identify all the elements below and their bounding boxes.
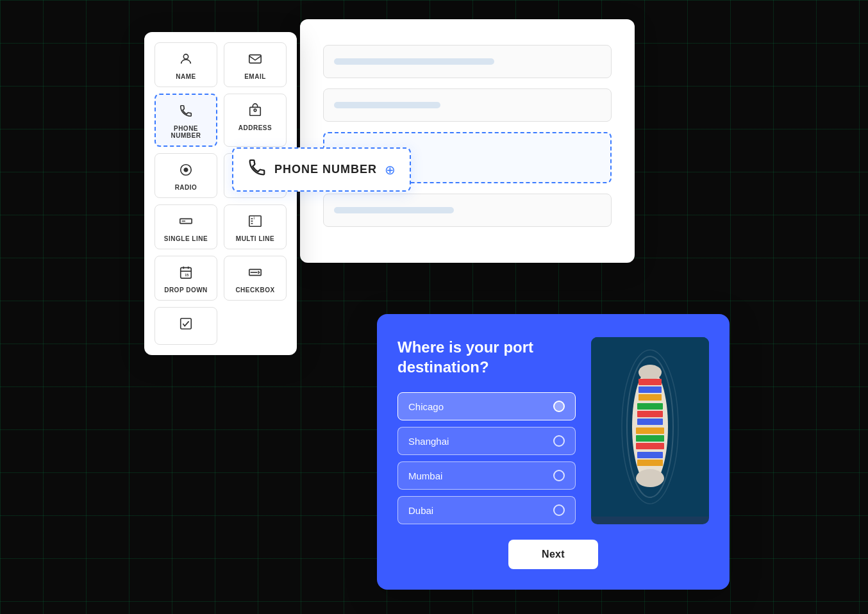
next-button-row: Next	[397, 540, 709, 569]
radio-mumbai	[553, 470, 565, 481]
field-item-date[interactable]: 15 DROP DOWN	[154, 256, 217, 301]
phone-icon-small	[179, 104, 193, 121]
svg-point-5	[184, 168, 188, 172]
field-label-phone: Phone Number	[161, 125, 211, 139]
svg-point-3	[254, 109, 256, 112]
field-label-radio: Radio	[175, 184, 197, 191]
survey-question: Where is your port destination?	[397, 337, 576, 377]
form-field-row-1	[323, 45, 612, 78]
survey-option-label-mumbai: Mumbai	[408, 470, 442, 481]
svg-rect-32	[636, 427, 664, 434]
person-icon	[179, 52, 193, 69]
field-item-name[interactable]: NAME	[154, 42, 217, 87]
survey-option-label-dubai: Dubai	[408, 505, 433, 516]
svg-point-25	[638, 365, 662, 380]
svg-text:1: 1	[253, 217, 255, 220]
multi-line-icon: 1	[248, 214, 262, 231]
survey-options: Chicago Shanghai Mumbai Dubai	[397, 392, 576, 524]
form-field-row-2	[323, 88, 612, 122]
single-line-icon	[179, 214, 193, 231]
survey-option-dubai[interactable]: Dubai	[397, 496, 576, 524]
field-label-multi-line: MULTI LINE	[236, 235, 274, 242]
svg-point-37	[636, 469, 664, 487]
form-preview-panel	[300, 19, 635, 263]
phone-drag-icon	[247, 158, 267, 181]
ship-image	[591, 337, 709, 524]
ship-svg	[591, 337, 709, 517]
form-placeholder-3	[323, 194, 612, 227]
email-icon	[248, 52, 262, 69]
placeholder-bar-2	[334, 102, 440, 108]
field-item-address[interactable]: ADDRESS	[224, 94, 287, 147]
field-label-name: NAME	[176, 73, 196, 80]
svg-rect-20	[181, 319, 192, 329]
svg-rect-26	[638, 379, 662, 385]
radio-shanghai	[553, 435, 565, 447]
radio-chicago	[553, 401, 565, 412]
address-icon	[248, 103, 262, 120]
field-item-radio[interactable]: Radio	[154, 153, 217, 198]
field-label-dropdown: CHECKBOX	[235, 286, 274, 294]
field-item-checkbox[interactable]	[154, 307, 217, 345]
survey-content: Where is your port destination? Chicago …	[397, 337, 709, 524]
survey-left: Where is your port destination? Chicago …	[397, 337, 576, 524]
svg-rect-29	[637, 403, 663, 410]
field-item-multi-line[interactable]: 1 MULTI LINE	[224, 204, 287, 249]
form-placeholder-2	[323, 88, 612, 122]
field-item-dropdown[interactable]: CHECKBOX	[224, 256, 287, 301]
svg-text:15: 15	[185, 273, 188, 277]
survey-option-chicago[interactable]: Chicago	[397, 392, 576, 420]
next-button[interactable]: Next	[508, 540, 598, 569]
field-item-single-line[interactable]: SINGLE LINE	[154, 204, 217, 249]
svg-rect-36	[637, 460, 663, 466]
radio-icon	[179, 163, 193, 180]
field-label-email: EMAIL	[244, 73, 266, 80]
svg-rect-28	[638, 394, 662, 401]
form-field-row-3	[323, 194, 612, 227]
svg-rect-33	[636, 435, 664, 442]
placeholder-bar-3	[334, 207, 454, 213]
survey-option-label-shanghai: Shanghai	[408, 436, 449, 447]
field-item-email[interactable]: EMAIL	[224, 42, 287, 87]
survey-option-mumbai[interactable]: Mumbai	[397, 461, 576, 490]
form-builder-panel: NAME EMAIL Phone Number	[144, 32, 297, 355]
svg-rect-31	[637, 419, 663, 425]
phone-drag-preview: PHONE NUMBER ⊕	[232, 147, 411, 192]
svg-rect-30	[637, 411, 663, 417]
survey-option-shanghai[interactable]: Shanghai	[397, 427, 576, 455]
svg-rect-35	[637, 452, 663, 458]
field-grid: NAME EMAIL Phone Number	[154, 42, 287, 345]
radio-dubai	[553, 504, 565, 516]
checkbox-icon	[179, 317, 193, 334]
survey-option-label-chicago: Chicago	[408, 401, 444, 412]
move-icon: ⊕	[385, 162, 396, 178]
form-placeholder-1	[323, 45, 612, 78]
svg-rect-1	[249, 55, 261, 63]
phone-drag-label: PHONE NUMBER	[274, 163, 377, 176]
svg-rect-34	[636, 443, 664, 449]
field-item-phone[interactable]: Phone Number	[154, 94, 217, 147]
date-icon: 15	[179, 265, 193, 283]
dropdown-icon	[248, 265, 262, 283]
survey-card: Where is your port destination? Chicago …	[377, 314, 730, 590]
field-label-date: DROP DOWN	[164, 286, 208, 294]
field-label-address: ADDRESS	[238, 124, 272, 131]
svg-rect-27	[638, 386, 662, 393]
svg-point-0	[183, 54, 188, 59]
field-label-single-line: SINGLE LINE	[164, 235, 208, 242]
placeholder-bar-1	[334, 58, 494, 65]
